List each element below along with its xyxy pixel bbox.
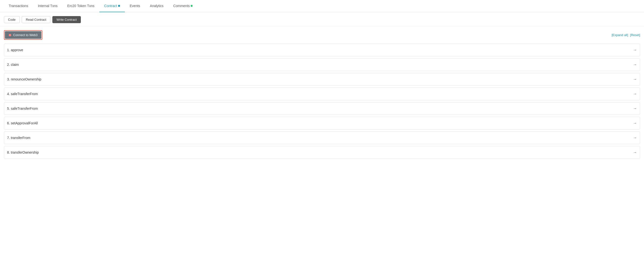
sub-buttons-bar: Code Read Contract Write Contract (0, 12, 644, 26)
arrow-right-icon: → (633, 121, 637, 125)
nav-tabs: Transactions Internal Txns Erc20 Token T… (0, 0, 644, 12)
tab-transactions[interactable]: Transactions (4, 0, 33, 12)
expand-all-link[interactable]: [Expand all] (612, 33, 628, 37)
contract-verified-badge (118, 5, 120, 7)
arrow-right-icon: → (633, 77, 637, 81)
contract-function-label: 1. approve (7, 48, 23, 52)
contract-function-label: 3. renounceOwnership (7, 77, 42, 81)
tab-analytics[interactable]: Analytics (145, 0, 168, 12)
arrow-right-icon: → (633, 150, 637, 155)
arrow-right-icon: → (633, 62, 637, 67)
contract-function-item[interactable]: 6. setApprovalForAll→ (4, 117, 640, 129)
tab-internal-txns[interactable]: Internal Txns (33, 0, 62, 12)
write-contract-button[interactable]: Write Contract (52, 16, 81, 23)
contract-function-item[interactable]: 5. safeTransferFrom→ (4, 102, 640, 115)
contract-function-label: 6. setApprovalForAll (7, 121, 38, 125)
comments-badge (191, 5, 192, 7)
connect-web3-button[interactable]: Connect to Web3 (5, 31, 42, 39)
connect-status-dot (9, 34, 11, 36)
arrow-right-icon: → (633, 92, 637, 96)
contract-function-item[interactable]: 2. claim→ (4, 58, 640, 71)
arrow-right-icon: → (633, 48, 637, 52)
contract-function-item[interactable]: 1. approve→ (4, 44, 640, 56)
contract-function-label: 4. safeTransferFrom (7, 92, 38, 96)
expand-reset-actions: [Expand all] [Reset] (612, 33, 640, 37)
tab-comments[interactable]: Comments (168, 0, 198, 12)
contract-function-item[interactable]: 4. safeTransferFrom→ (4, 88, 640, 100)
connect-web3-wrapper: Connect to Web3 (4, 30, 42, 40)
arrow-right-icon: → (633, 135, 637, 140)
connect-section: Connect to Web3 [Expand all] [Reset] (0, 26, 644, 44)
contract-function-label: 7. transferFrom (7, 136, 30, 140)
contract-function-item[interactable]: 7. transferFrom→ (4, 131, 640, 144)
contract-function-item[interactable]: 8. transferOwnership→ (4, 146, 640, 159)
contract-function-label: 5. safeTransferFrom (7, 107, 38, 110)
code-button[interactable]: Code (4, 16, 20, 23)
reset-link[interactable]: [Reset] (630, 33, 640, 37)
arrow-right-icon: → (633, 106, 637, 111)
contract-function-list: 1. approve→2. claim→3. renounceOwnership… (0, 44, 644, 159)
tab-contract[interactable]: Contract (99, 0, 125, 12)
tab-erc20-token-txns[interactable]: Erc20 Token Txns (62, 0, 99, 12)
read-contract-button[interactable]: Read Contract (22, 16, 50, 23)
contract-function-label: 2. claim (7, 63, 19, 67)
contract-function-item[interactable]: 3. renounceOwnership→ (4, 73, 640, 86)
contract-function-label: 8. transferOwnership (7, 151, 39, 154)
tab-events[interactable]: Events (125, 0, 145, 12)
